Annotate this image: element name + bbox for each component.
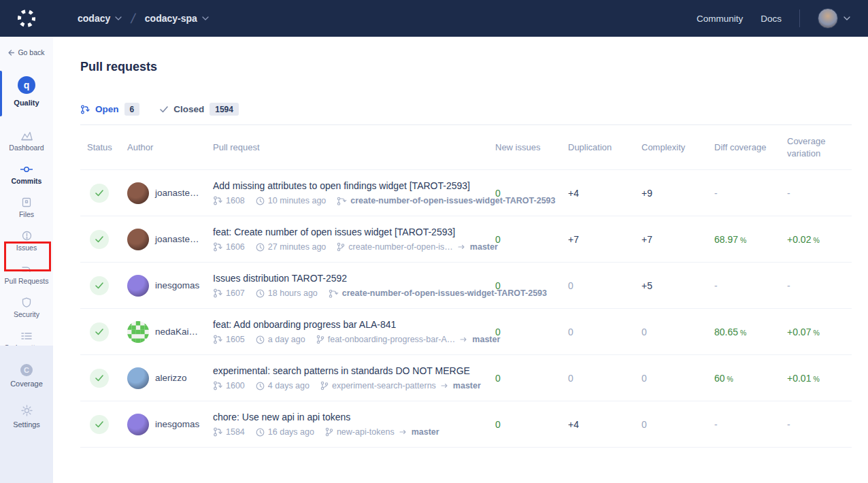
sidebar-item-coverage[interactable]: CCoverage [0,355,53,396]
table-row[interactable]: nedaKai… feat: Add onboarding progress b… [80,309,852,355]
sidebar-item-commits[interactable]: Commits [0,158,53,191]
branch-merge-icon [337,197,347,205]
sidebar-item-issues[interactable]: Issues [0,224,53,258]
column-header-pull-request: Pull request [213,141,495,154]
new-issues-value: 0 [495,419,568,430]
status-cell [87,369,127,388]
repo-selector[interactable]: codacy-spa [145,13,209,24]
pr-cell: experimental: search patterns in standar… [213,365,495,390]
sidebar-item-dashboard[interactable]: Dashboard [0,124,53,158]
pr-title[interactable]: feat: Create number of open issues widge… [213,227,479,237]
table-row[interactable]: inesgomas Issues distribution TAROT-2592… [80,263,852,309]
status-success-icon [90,184,109,203]
complexity-value: +5 [641,280,714,291]
check-icon [160,106,168,113]
table-row[interactable]: inesgomas chore: Use new api in api toke… [80,401,852,448]
codacy-logo[interactable] [0,8,53,29]
pr-title[interactable]: chore: Use new api in api tokens [213,412,479,422]
complexity-value: 0 [641,327,714,337]
security-icon [22,297,31,308]
avatar [127,321,149,343]
complexity-value: +7 [641,234,714,245]
author-cell: joanaste… [127,229,213,250]
pr-title[interactable]: Add missing attributes to open findings … [213,180,479,191]
diff-coverage-value: - [714,280,787,291]
breadcrumb: codacy / codacy-spa [78,11,209,27]
author-name: joanaste… [155,234,199,244]
pr-number: 1606 [226,242,245,252]
coverage-variation-value: +0.07% [787,327,852,337]
tab-open[interactable]: Open 6 [80,103,139,116]
avatar [127,182,149,204]
author-name: inesgomas [155,280,199,290]
main-content: Pull requests Open 6 Closed 1594 StatusA… [53,37,868,483]
sidebar-item-security[interactable]: Security [0,291,53,324]
table-row[interactable]: joanaste… Add missing attributes to open… [80,170,852,216]
new-issues-value: 0 [495,188,568,199]
pr-title[interactable]: feat: Add onboarding progress bar ALA-84… [213,319,479,330]
duplication-value: 0 [568,280,641,291]
author-cell: inesgomas [127,275,213,297]
complexity-value: 0 [641,373,714,384]
sidebar-item-settings[interactable]: Settings [0,396,53,437]
clock-icon [256,197,265,205]
status-cell [87,230,127,249]
diff-coverage-value: 80.65% [714,327,787,337]
pr-title[interactable]: experimental: search patterns in standar… [213,365,479,376]
status-cell [87,184,127,203]
pr-age: 18 hours ago [268,288,318,298]
docs-link[interactable]: Docs [761,14,782,24]
pull-request-icon [213,196,222,205]
pull-request-icon [213,335,222,344]
status-cell [87,276,127,295]
community-link[interactable]: Community [697,14,743,24]
status-success-icon [90,230,109,249]
pr-age: 27 minutes ago [268,242,326,252]
target-branch: master [470,242,498,252]
pr-cell: feat: Add onboarding progress bar ALA-84… [213,319,495,344]
sidebar-item-files[interactable]: Files [0,191,53,224]
sidebar-nav: DashboardCommitsFilesIssuesPull Requests… [0,124,53,358]
table-row[interactable]: alerizzo experimental: search patterns i… [80,355,852,401]
avatar [127,414,149,435]
status-success-icon [90,322,109,342]
sidebar-item-quality[interactable]: q Quality [0,71,53,116]
org-selector[interactable]: codacy [78,13,122,24]
clock-icon [256,243,265,252]
page-title: Pull requests [80,60,852,74]
clock-icon [256,289,265,298]
sidebar-nav-secondary: CCoverageSettings [0,346,53,483]
target-branch: master [412,427,439,437]
tab-closed[interactable]: Closed 1594 [160,103,239,116]
author-cell: inesgomas [127,414,213,435]
status-success-icon [90,276,109,295]
issues-icon [22,231,32,242]
active-indicator [0,71,2,116]
complexity-value: +9 [641,188,714,199]
new-issues-value: 0 [495,234,568,245]
coverage-variation-value: - [787,419,852,430]
pr-title[interactable]: Issues distribution TAROT-2592 [213,273,479,284]
author-name: inesgomas [155,419,199,429]
chevron-down-icon [202,16,209,20]
sidebar-item-label: Settings [13,420,40,429]
pull-request-icon [213,242,222,252]
branch-icon [337,242,345,252]
closed-count-badge: 1594 [210,103,239,116]
table-row[interactable]: joanaste… feat: Create number of open is… [80,216,852,263]
quality-icon: q [18,76,35,94]
branch-name: new-api-tokens [337,427,395,437]
sidebar-item-label: Dashboard [9,144,44,152]
sidebar-item-pull-requests[interactable]: Pull Requests [0,258,53,291]
go-back-label: Go back [18,48,44,56]
pr-meta: 1606 27 minutes ago create-number-of-ope… [213,242,479,252]
arrow-right-icon [441,383,448,388]
go-back-button[interactable]: Go back [0,37,53,64]
complexity-value: 0 [641,419,714,430]
diff-coverage-value: 60% [714,373,787,384]
pr-state-tabs: Open 6 Closed 1594 [80,103,852,125]
coverage-icon: C [20,363,33,377]
user-menu[interactable] [818,8,850,29]
arrow-left-icon [8,50,14,56]
pr-cell: Add missing attributes to open findings … [213,180,495,205]
